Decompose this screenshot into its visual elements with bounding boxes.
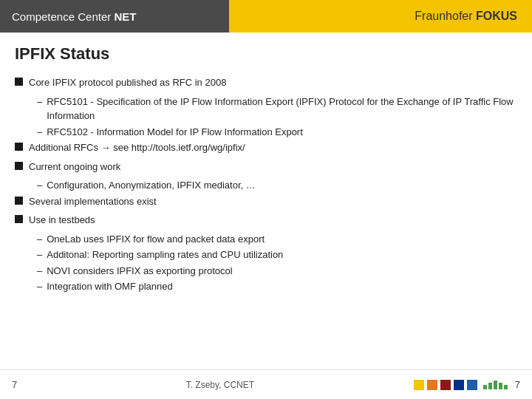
sub-dash-icon: – [37, 232, 42, 247]
sub-text: Integration with OMF planned [47, 279, 517, 294]
color-block-orange [427, 380, 437, 390]
sub-list-item: –OneLab uses IPFIX for flow and packet d… [37, 232, 517, 247]
sub-text: RFC5101 - Specification of the IP Flow I… [47, 95, 517, 123]
list-item: Current ongoing work [15, 160, 517, 174]
sub-text: OneLab uses IPFIX for flow and packet da… [47, 232, 517, 247]
stripe-1 [483, 385, 487, 389]
footer-page-right: 7 [515, 379, 520, 390]
content-area: Core IPFIX protocol published as RFC in … [15, 75, 517, 294]
sub-list-item: –RFC5101 - Specification of the IP Flow … [37, 95, 517, 123]
sub-text: Additonal: Reporting sampling rates and … [47, 248, 517, 262]
color-block-darkred [440, 380, 451, 390]
list-item: Use in testbeds [15, 213, 517, 228]
header: Competence Center NET Fraunhofer FOKUS [0, 0, 532, 33]
bullet-square-icon [15, 78, 23, 86]
sub-list-item: –Additonal: Reporting sampling rates and… [37, 248, 517, 262]
sub-text: RFC5102 - Information Model for IP Flow … [47, 125, 517, 140]
bullet-text: Current ongoing work [29, 160, 517, 174]
bullet-text: Core IPFIX protocol published as RFC in … [29, 75, 517, 90]
sub-list-item: –NOVI considers IPFIX as exporting proto… [37, 264, 517, 279]
footer-right: 7 [414, 379, 520, 390]
footer-page-left: 7 [12, 379, 27, 390]
sub-dash-icon: – [37, 125, 42, 140]
sub-dash-icon: – [37, 264, 42, 279]
sub-dash-icon: – [37, 95, 42, 109]
bullet-square-icon [15, 197, 23, 205]
header-left-text: Competence Center NET [12, 10, 136, 23]
color-block-blue [467, 380, 477, 390]
footer-author: T. Zseby, CCNET [27, 380, 414, 390]
stripe-4 [499, 383, 502, 389]
sub-text: NOVI considers IPFIX as exporting protoc… [47, 264, 517, 279]
bullet-text: Additional RFCs → see http://tools.ietf.… [29, 140, 517, 155]
header-right-text: Fraunhofer FOKUS [415, 10, 517, 23]
stripe-logo [483, 381, 508, 389]
footer: 7 T. Zseby, CCNET 7 [0, 369, 532, 399]
stripe-2 [488, 383, 492, 389]
bullet-square-icon [15, 215, 23, 223]
sub-dash-icon: – [37, 178, 42, 193]
bullet-square-icon [15, 143, 23, 151]
sub-dash-icon: – [37, 279, 42, 294]
sub-dash-icon: – [37, 248, 42, 262]
bullet-text: Use in testbeds [29, 213, 517, 228]
list-item: Core IPFIX protocol published as RFC in … [15, 75, 517, 90]
sub-list-item: –Integration with OMF planned [37, 279, 517, 294]
header-right: Fraunhofer FOKUS [229, 0, 532, 33]
header-left: Competence Center NET [0, 0, 229, 33]
main-content: IPFIX Status Core IPFIX protocol publish… [0, 33, 532, 303]
bullet-text: Several implementations exist [29, 194, 517, 209]
stripe-3 [494, 381, 497, 389]
bullet-square-icon [15, 162, 23, 170]
list-item: Additional RFCs → see http://tools.ietf.… [15, 140, 517, 155]
page-title: IPFIX Status [15, 44, 517, 64]
sub-list-item: –Configuration, Anonymization, IPFIX med… [37, 178, 517, 193]
sub-text: Configuration, Anonymization, IPFIX medi… [47, 178, 517, 193]
list-item: Several implementations exist [15, 194, 517, 209]
stripe-5 [504, 385, 508, 389]
color-block-darkblue [454, 380, 464, 390]
sub-list-item: –RFC5102 - Information Model for IP Flow… [37, 125, 517, 140]
color-block-yellow [414, 380, 424, 390]
